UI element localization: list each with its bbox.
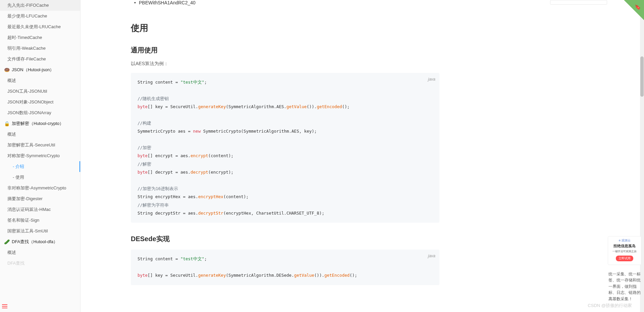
sidebar-item[interactable]: 🍩JSON（Hutool-json）: [0, 64, 80, 75]
code-lang-label: java: [428, 76, 435, 83]
main-content: PBEWithSHA1AndRC2_40 使用 通用使用 以AES算法为例： j…: [80, 0, 483, 305]
menu-toggle-icon[interactable]: [2, 303, 7, 305]
category-icon: 🥒: [4, 239, 10, 244]
sidebar-item-label: 非对称加密-AsymmetricCrypto: [7, 185, 66, 190]
sidebar-item-label: 摘要加密-Digester: [7, 196, 43, 201]
sidebar: 先入先出-FIFOCache最少使用-LFUCache最近最久未使用-LRUCa…: [0, 0, 80, 305]
sidebar-item-label: 文件缓存-FileCache: [7, 56, 46, 61]
watermark: CSDN @骄傲的行动家: [588, 303, 632, 305]
sidebar-item[interactable]: - 介绍: [0, 161, 80, 172]
sidebar-item-label: 加密解密工具-SecureUtil: [7, 142, 55, 147]
sidebar-item[interactable]: 弱引用-WeakCache: [0, 43, 80, 54]
sidebar-item[interactable]: JSON工具-JSONUtil: [0, 86, 80, 97]
ad-cta-button[interactable]: 立即试用: [616, 256, 633, 261]
sidebar-item[interactable]: 概述: [0, 75, 80, 86]
para-aes-example: 以AES算法为例：: [131, 61, 439, 67]
sidebar-item[interactable]: 摘要加密-Digester: [0, 193, 80, 204]
sidebar-item[interactable]: 国密算法工具-SmUtil: [0, 226, 80, 236]
ad-subtitle: 一键开启可观测之旅: [610, 250, 639, 253]
sidebar-item[interactable]: 消息认证码算法-HMac: [0, 204, 80, 215]
sidebar-item-label: 最近最久未使用-LRUCache: [7, 24, 61, 29]
sidebar-item[interactable]: 概述: [0, 247, 80, 258]
code-lang-label: java: [428, 252, 435, 260]
heading-general-usage: 通用使用: [131, 46, 439, 55]
heading-usage: 使用: [131, 22, 439, 34]
sidebar-item-label: DFA查找: [7, 261, 24, 266]
sidebar-item[interactable]: 加密解密工具-SecureUtil: [0, 140, 80, 150]
sidebar-item-label: JSON数组-JSONArray: [7, 110, 51, 115]
bookmark-icon[interactable]: 🔖: [635, 4, 641, 10]
sidebar-item[interactable]: 签名和验证-Sign: [0, 215, 80, 226]
sidebar-item-label: 国密算法工具-SmUtil: [7, 228, 48, 233]
sidebar-item-label: 消息认证码算法-HMac: [7, 207, 51, 212]
sidebar-item-label: - 使用: [13, 175, 24, 180]
sidebar-item[interactable]: 🥒DFA查找（Hutool-dfa）: [0, 236, 80, 247]
sidebar-item-label: JSON（Hutool-json）: [12, 67, 54, 73]
sidebar-item-label: 超时-TimedCache: [7, 35, 42, 40]
sidebar-item-label: 概述: [7, 250, 16, 255]
ad-panel[interactable]: ⊕ 观测云 拒绝信息孤岛 一键开启可观测之旅 立即试用: [608, 236, 641, 265]
sidebar-item-label: 加密解密（Hutool-crypto）: [12, 121, 64, 127]
sidebar-item-label: 对称加密-SymmetricCrypto: [7, 153, 60, 158]
code-block-desede: java String content = "test中文"; byte[] k…: [131, 250, 439, 285]
sidebar-item-label: JSON工具-JSONUtil: [7, 89, 47, 94]
category-icon: 🔒: [4, 121, 10, 126]
sidebar-item-label: 签名和验证-Sign: [7, 218, 39, 223]
heading-desede: DESede实现: [131, 234, 439, 243]
scroll-thumb[interactable]: [640, 56, 644, 97]
sidebar-item[interactable]: 超时-TimedCache: [0, 32, 80, 43]
sidebar-item[interactable]: 🔒加密解密（Hutool-crypto）: [0, 118, 80, 129]
category-icon: 🍩: [4, 67, 10, 73]
sidebar-item[interactable]: 概述: [0, 129, 80, 140]
sidebar-item-label: 先入先出-FIFOCache: [7, 3, 49, 8]
sidebar-item-label: - 介绍: [13, 164, 24, 169]
sidebar-item-label: 概述: [7, 132, 16, 137]
sidebar-item[interactable]: 先入先出-FIFOCache: [0, 0, 80, 11]
sidebar-item[interactable]: - 使用: [0, 172, 80, 183]
sidebar-item-label: 最少使用-LFUCache: [7, 13, 47, 18]
sidebar-item[interactable]: 最近最久未使用-LRUCache: [0, 21, 80, 32]
ad-description: 统一采集、统一标签、统一存储和统一界面，做到指标、日志、链路的高基数采集！: [608, 271, 641, 302]
sidebar-item-label: DFA查找（Hutool-dfa）: [12, 239, 58, 245]
sidebar-item[interactable]: JSON对象-JSONObject: [0, 97, 80, 107]
sidebar-item[interactable]: 非对称加密-AsymmetricCrypto: [0, 183, 80, 193]
sidebar-item[interactable]: DFA查找: [0, 258, 80, 269]
list-item: PBEWithSHA1AndRC2_40: [131, 0, 439, 5]
sidebar-item[interactable]: 对称加密-SymmetricCrypto: [0, 150, 80, 161]
ad-title: 拒绝信息孤岛: [610, 243, 639, 249]
sidebar-item[interactable]: JSON数组-JSONArray: [0, 107, 80, 118]
ad-logo: ⊕ 观测云: [610, 238, 639, 243]
sidebar-item-label: JSON对象-JSONObject: [7, 99, 53, 104]
sidebar-item-label: 概述: [7, 78, 16, 83]
sidebar-item[interactable]: 最少使用-LFUCache: [0, 11, 80, 21]
sidebar-item-label: 弱引用-WeakCache: [7, 46, 46, 51]
corner-fold[interactable]: [624, 0, 644, 20]
toc-panel: [550, 0, 607, 5]
code-block-aes: java String content = "test中文"; //随机生成密钥…: [131, 73, 439, 223]
sidebar-item[interactable]: 文件缓存-FileCache: [0, 54, 80, 64]
